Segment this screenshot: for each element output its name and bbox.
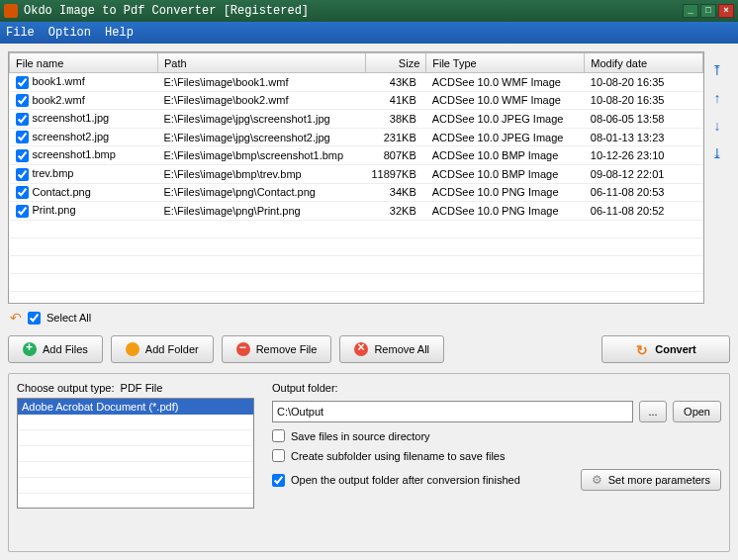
table-row[interactable]: trev.bmpE:\Files\image\bmp\trev.bmp11897… [10,164,703,183]
menu-option[interactable]: Option [48,26,91,40]
open-after-label: Open the output folder after conversion … [291,474,520,486]
col-date[interactable]: Modify date [585,53,703,73]
output-type-list[interactable]: Adobe Acrobat Document (*.pdf) [17,398,254,509]
app-icon [4,4,18,18]
save-source-label: Save files in source directory [291,430,430,442]
select-all-label: Select All [46,312,91,324]
close-button[interactable]: × [718,4,734,18]
row-checkbox[interactable] [16,94,29,107]
open-after-checkbox[interactable] [272,474,285,487]
folder-icon [126,342,139,356]
menu-file[interactable]: File [6,26,35,40]
output-type-option[interactable]: Adobe Acrobat Document (*.pdf) [18,399,253,415]
save-source-checkbox[interactable] [272,429,285,442]
row-checkbox[interactable] [16,131,29,143]
maximize-button[interactable]: □ [700,4,716,18]
minimize-button[interactable]: _ [683,4,698,18]
row-checkbox[interactable] [16,76,29,89]
select-all-checkbox[interactable] [28,312,41,325]
table-row[interactable]: screenshot1.jpgE:\Files\image\jpg\screen… [10,110,703,129]
output-type-label: Choose output type: [17,382,114,394]
col-size[interactable]: Size [366,53,426,73]
convert-icon [635,342,649,356]
menubar: File Option Help [0,22,738,44]
add-icon [23,342,37,356]
move-down-button[interactable]: ↓ [708,117,726,135]
table-row[interactable]: book2.wmfE:\Files\image\book2.wmf41KBACD… [10,91,703,110]
row-checkbox[interactable] [16,186,29,199]
create-subfolder-label: Create subfolder using filename to save … [291,450,505,462]
table-row[interactable]: Print.pngE:\Files\image\png\Print.png32K… [10,202,703,221]
create-subfolder-checkbox[interactable] [272,449,285,462]
table-row[interactable]: screenshot1.bmpE:\Files\image\bmp\screen… [10,146,703,165]
up-arrow-icon: ↶ [10,310,22,326]
add-files-button[interactable]: Add Files [8,335,103,363]
titlebar: Okdo Image to Pdf Converter [Registered]… [0,0,738,22]
convert-button[interactable]: Convert [601,335,730,363]
table-row[interactable]: screenshot2.jpgE:\Files\image\jpg\screen… [10,128,703,146]
remove-all-icon [354,342,368,356]
window-title: Okdo Image to Pdf Converter [Registered] [24,4,681,18]
output-type-value: PDF File [121,382,163,394]
set-parameters-button[interactable]: Set more parameters [581,469,721,491]
table-row[interactable]: Contact.pngE:\Files\image\png\Contact.pn… [10,183,703,202]
move-top-button[interactable]: ⤒ [708,61,726,79]
menu-help[interactable]: Help [105,26,134,40]
row-checkbox[interactable] [16,168,29,181]
col-type[interactable]: File Type [426,53,585,73]
open-folder-button[interactable]: Open [673,401,721,422]
col-name[interactable]: File name [10,53,158,73]
remove-all-button[interactable]: Remove All [339,335,444,363]
browse-button[interactable]: ... [639,401,667,422]
row-checkbox[interactable] [16,205,29,218]
output-folder-input[interactable] [272,401,633,422]
col-path[interactable]: Path [158,53,366,73]
row-checkbox[interactable] [16,149,29,162]
table-row[interactable]: book1.wmfE:\Files\image\book1.wmf43KBACD… [10,73,703,92]
remove-file-button[interactable]: Remove File [222,335,332,363]
file-table[interactable]: File name Path Size File Type Modify dat… [8,51,704,304]
remove-icon [236,342,250,356]
move-bottom-button[interactable]: ⤓ [708,144,726,162]
add-folder-button[interactable]: Add Folder [111,335,214,363]
move-up-button[interactable]: ↑ [708,89,726,107]
output-folder-label: Output folder: [272,382,721,394]
gear-icon [592,473,602,487]
row-checkbox[interactable] [16,113,29,126]
